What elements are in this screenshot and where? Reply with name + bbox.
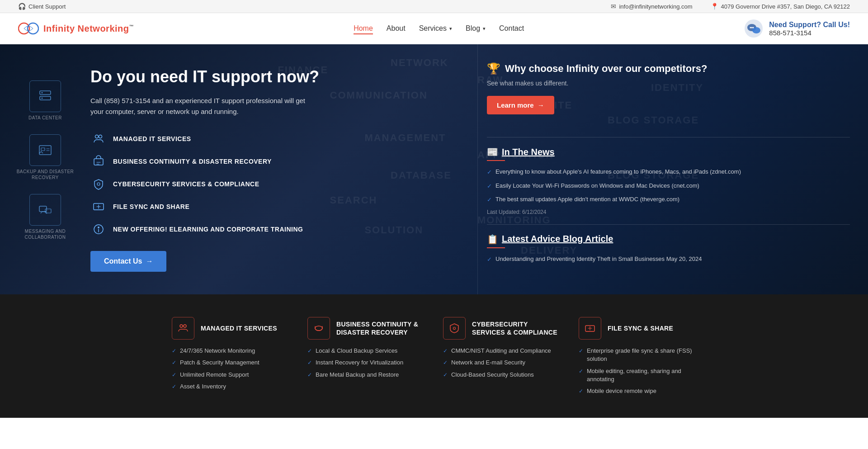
svg-point-17 — [99, 135, 102, 138]
check-icon-2: ✓ — [487, 182, 492, 191]
blog-list: ✓ Understanding and Preventing Identity … — [487, 255, 850, 264]
service-filesync-label: FILE SYNC AND SHARE — [113, 203, 189, 210]
check-icon: ✓ — [443, 347, 448, 355]
svg-point-16 — [95, 135, 99, 138]
news-item-3[interactable]: ✓ The best small updates Apple didn't me… — [487, 195, 850, 204]
contact-us-button[interactable]: Contact Us → — [90, 251, 166, 272]
news-item-1[interactable]: ✓ Everything to know about Apple's AI fe… — [487, 167, 850, 177]
filesync-item-2: ✓Mobile editing, creating, sharing and a… — [579, 367, 696, 383]
header-cta: Need Support? Call Us! 858-571-3154 — [744, 19, 850, 38]
arrow-icon: → — [146, 257, 153, 265]
nav-contact[interactable]: Contact — [499, 24, 524, 33]
cyber-header: CYBERSECURITY SERVICES & COMPLIANCE — [443, 317, 561, 340]
nav-about[interactable]: About — [387, 24, 406, 33]
svg-point-23 — [98, 227, 99, 228]
cta-label: Need Support? Call Us! — [769, 21, 850, 29]
service-elearning[interactable]: New Offering! eLEARNING and Corporate Tr… — [90, 221, 459, 237]
hero-services-list: MANAGED IT SERVICES BUSINESS CONTINUITY … — [90, 131, 459, 237]
email-info: ✉ info@infinitynetworking.com — [611, 3, 692, 10]
news-text-3: The best small updates Apple didn't ment… — [495, 195, 679, 204]
service-managed-it[interactable]: MANAGED IT SERVICES — [90, 131, 459, 147]
blog-text-1: Understanding and Preventing Identity Th… — [495, 255, 702, 264]
blog-divider — [487, 224, 850, 225]
svg-point-25 — [180, 325, 183, 327]
elearning-icon — [90, 221, 107, 237]
bcdr-item-3: ✓Bare Metal Backup and Restore — [307, 371, 425, 379]
bcdr-list: ✓Local & Cloud Backup Services ✓Instant … — [307, 347, 425, 379]
managed-it-header: MANAGED IT SERVICES — [172, 317, 289, 340]
check-icon: ✓ — [443, 371, 448, 379]
news-list: ✓ Everything to know about Apple's AI fe… — [487, 167, 850, 204]
address-text: 4079 Governor Drive #357, San Diego, CA … — [721, 3, 850, 10]
news-underline — [487, 160, 505, 161]
filesync-header: FILE SYNC & SHARE — [579, 317, 696, 340]
managed-it-item-1: ✓24/7/365 Network Monitoring — [172, 347, 289, 355]
service-managed-it-label: MANAGED IT SERVICES — [113, 135, 191, 142]
nav-home[interactable]: Home — [354, 24, 373, 33]
nav-services[interactable]: Services — [419, 24, 452, 33]
svg-point-26 — [184, 325, 186, 327]
check-icon: ✓ — [307, 371, 312, 379]
svg-point-7 — [753, 27, 754, 28]
check-icon: ✓ — [579, 368, 583, 375]
why-subtitle: See what makes us different. — [487, 80, 850, 87]
hero-divider — [487, 137, 850, 137]
check-icon: ✓ — [172, 347, 176, 355]
service-bcdr-label: BUSINESS CONTINUITY & DISASTER RECOVERY — [113, 158, 272, 165]
logo-text: Infinity Networking™ — [43, 24, 134, 34]
filesync-item-3: ✓Mobile device remote wipe — [579, 387, 696, 395]
learn-more-button[interactable]: Learn more → — [487, 96, 554, 114]
arrow-right-icon: → — [538, 101, 544, 109]
cybersecurity-icon — [90, 176, 107, 192]
bcdr-card-icon — [307, 317, 330, 340]
service-cybersecurity[interactable]: CYBERSECURITY SERVICES & COMPLIANCE — [90, 176, 459, 192]
nav-blog[interactable]: Blog — [466, 24, 486, 33]
email-icon: ✉ — [611, 3, 616, 10]
headset-icon: 🎧 — [18, 3, 26, 10]
service-cyber-label: CYBERSECURITY SERVICES & COMPLIANCE — [113, 180, 259, 188]
bcdr-title: BUSINESS CONTINUITY & DISASTER RECOVERY — [336, 320, 425, 336]
logo[interactable]: Infinity Networking™ — [18, 22, 134, 35]
news-title: 📰 In The News — [487, 147, 850, 157]
why-title: 🏆 Why choose Infinity over our competito… — [487, 62, 850, 75]
check-icon: ✓ — [443, 359, 448, 367]
cyber-item-2: ✓Network and E-mail Security — [443, 359, 561, 367]
learn-more-label: Learn more — [497, 101, 534, 109]
location-icon: 📍 — [711, 3, 718, 10]
service-filesync[interactable]: FILE SYNC AND SHARE — [90, 199, 459, 215]
svg-point-19 — [97, 183, 100, 185]
bcdr-item-1: ✓Local & Cloud Backup Services — [307, 347, 425, 355]
managed-it-item-3: ✓Unlimited Remote Support — [172, 371, 289, 379]
managed-it-item-2: ✓Patch & Security Management — [172, 359, 289, 367]
news-item-2[interactable]: ✓ Easily Locate Your Wi-Fi Passwords on … — [487, 181, 850, 191]
filesync-card-icon — [579, 317, 601, 340]
cyber-card-icon — [443, 317, 466, 340]
contact-btn-label: Contact Us — [104, 257, 142, 265]
filesync-title: FILE SYNC & SHARE — [608, 324, 673, 332]
service-card-filesync: FILE SYNC & SHARE ✓Enterprise grade file… — [579, 317, 696, 395]
hero-description: Call (858) 571-3154 and an experienced I… — [90, 95, 307, 117]
blog-item-1[interactable]: ✓ Understanding and Preventing Identity … — [487, 255, 850, 264]
bcdr-header: BUSINESS CONTINUITY & DISASTER RECOVERY — [307, 317, 425, 340]
client-support-label: Client Support — [28, 3, 66, 10]
check-icon: ✓ — [307, 359, 312, 367]
svg-rect-21 — [94, 209, 104, 210]
check-icon: ✓ — [579, 388, 583, 395]
svg-point-28 — [453, 327, 456, 330]
filesync-item-1: ✓Enterprise grade file sync & share (FSS… — [579, 347, 696, 363]
check-icon: ✓ — [172, 371, 176, 379]
client-support[interactable]: 🎧 Client Support — [18, 3, 66, 10]
service-bcdr[interactable]: BUSINESS CONTINUITY & DISASTER RECOVERY — [90, 153, 459, 170]
hero-section: FINANCE RAW NETWORK COMMUNICATION WEBSIT… — [0, 44, 868, 294]
bcdr-item-2: ✓Instant Recovery for Virtualization — [307, 359, 425, 367]
service-card-bcdr: BUSINESS CONTINUITY & DISASTER RECOVERY … — [307, 317, 425, 395]
managed-it-list: ✓24/7/365 Network Monitoring ✓Patch & Se… — [172, 347, 289, 391]
main-nav: Home About Services Blog Contact — [354, 24, 524, 33]
blog-title: 📋 Latest Advice Blog Article — [487, 234, 850, 245]
check-icon-3: ✓ — [487, 195, 492, 204]
filesync-icon — [90, 199, 107, 215]
hero-content-left: Do you need IT support now? Call (858) 5… — [0, 44, 477, 294]
news-updated: Last Updated: 6/12/2024 — [487, 209, 850, 215]
address-info: 📍 4079 Governor Drive #357, San Diego, C… — [711, 3, 850, 10]
service-card-cyber: CYBERSECURITY SERVICES & COMPLIANCE ✓CMM… — [443, 317, 561, 395]
